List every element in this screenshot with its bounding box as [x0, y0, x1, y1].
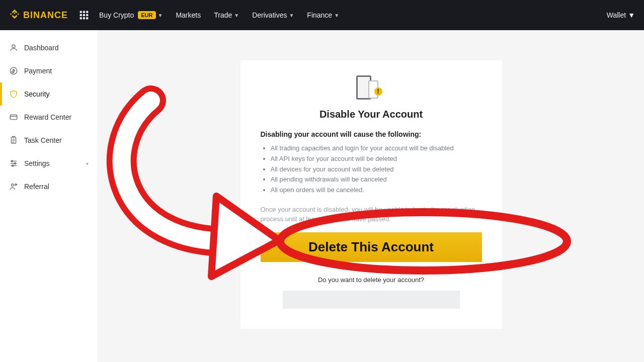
svg-rect-1: [83, 11, 85, 13]
sidebar-item-referral[interactable]: Referral: [0, 175, 98, 198]
nav-label: Trade: [214, 11, 232, 19]
sidebar: Dashboard Payment Security Reward Center: [0, 30, 98, 362]
chevron-down-icon: ▼: [234, 13, 239, 18]
clipboard-icon: [9, 136, 18, 145]
sidebar-item-settings[interactable]: Settings ▾: [0, 152, 98, 175]
nav-label: Buy Crypto: [99, 11, 134, 19]
list-item: All open orders will be canceled.: [271, 185, 482, 196]
disable-account-card: ! Disable Your Account Disabling your ac…: [240, 60, 502, 329]
svg-point-13: [12, 160, 13, 162]
nav-markets[interactable]: Markets: [176, 11, 201, 19]
sidebar-item-label: Settings: [24, 159, 50, 167]
nav-label: Finance: [307, 11, 332, 19]
chevron-down-icon: ▾: [86, 161, 89, 166]
delete-account-button[interactable]: Delete This Account: [261, 232, 482, 262]
sidebar-item-dashboard[interactable]: Dashboard: [0, 36, 98, 59]
sidebar-item-label: Dashboard: [24, 44, 59, 52]
list-item: All devices for your account will be del…: [271, 164, 482, 175]
nav-trade[interactable]: Trade ▼: [214, 11, 239, 19]
sidebar-item-label: Referral: [24, 183, 49, 191]
nav-label: Markets: [176, 11, 201, 19]
sidebar-item-security[interactable]: Security: [0, 82, 98, 106]
sidebar-item-label: Reward Center: [24, 113, 71, 121]
brand-logo[interactable]: BINANCE: [9, 9, 68, 22]
ticket-icon: [9, 113, 18, 122]
reactivation-note: Once your account is disabled, you will …: [261, 205, 482, 224]
svg-rect-0: [80, 11, 82, 13]
svg-rect-4: [83, 14, 85, 16]
sidebar-item-label: Task Center: [24, 136, 62, 144]
card-lead: Disabling your account will cause the fo…: [261, 130, 482, 138]
sidebar-item-reward-center[interactable]: Reward Center: [0, 106, 98, 129]
brand-name: BINANCE: [23, 10, 68, 21]
shield-icon: [9, 89, 18, 99]
device-warning-icon: !: [261, 75, 482, 100]
main: ! Disable Your Account Disabling your ac…: [98, 30, 644, 362]
svg-point-9: [12, 45, 15, 48]
sidebar-item-label: Security: [24, 90, 50, 98]
sliders-icon: [9, 159, 18, 168]
nav-wallet[interactable]: Wallet ▼: [607, 11, 635, 19]
svg-point-14: [15, 163, 16, 164]
svg-rect-6: [80, 17, 82, 19]
svg-point-16: [12, 184, 14, 187]
svg-rect-2: [86, 11, 88, 13]
referral-icon: [9, 182, 18, 191]
card-title: Disable Your Account: [261, 109, 482, 120]
svg-rect-5: [86, 14, 88, 16]
chevron-down-icon: ▼: [628, 11, 635, 19]
chevron-down-icon: ▼: [158, 13, 163, 18]
chevron-down-icon: ▼: [334, 13, 339, 18]
apps-grid-icon[interactable]: [79, 10, 89, 20]
list-item: All trading capacities and login for you…: [271, 143, 482, 154]
nav-label: Wallet: [607, 11, 626, 19]
list-item: All pending withdrawals will be canceled: [271, 174, 482, 185]
payment-icon: [9, 66, 18, 75]
nav-finance[interactable]: Finance ▼: [307, 11, 339, 19]
svg-rect-3: [80, 14, 82, 16]
svg-point-15: [12, 165, 14, 166]
svg-rect-7: [83, 17, 85, 19]
consequence-list: All trading capacities and login for you…: [261, 143, 482, 196]
sidebar-item-label: Payment: [24, 67, 52, 75]
chevron-down-icon: ▼: [289, 13, 294, 18]
svg-rect-11: [10, 115, 17, 120]
currency-badge: EUR: [138, 11, 155, 19]
list-item: All API keys for your account will be de…: [271, 154, 482, 164]
dashboard-icon: [9, 43, 18, 52]
svg-rect-8: [86, 17, 88, 19]
sidebar-item-task-center[interactable]: Task Center: [0, 129, 98, 152]
nav-buy-crypto[interactable]: Buy Crypto EUR ▼: [99, 11, 163, 19]
secondary-button[interactable]: [283, 291, 460, 309]
confirm-question: Do you want to delete your account?: [261, 276, 482, 284]
binance-logo-icon: [9, 9, 20, 22]
sidebar-item-payment[interactable]: Payment: [0, 59, 98, 82]
topbar: BINANCE Buy Crypto EUR ▼ Markets Trade ▼…: [0, 0, 644, 30]
layout: Dashboard Payment Security Reward Center: [0, 30, 644, 362]
nav-label: Derivatives: [252, 11, 287, 19]
nav-derivatives[interactable]: Derivatives ▼: [252, 11, 294, 19]
